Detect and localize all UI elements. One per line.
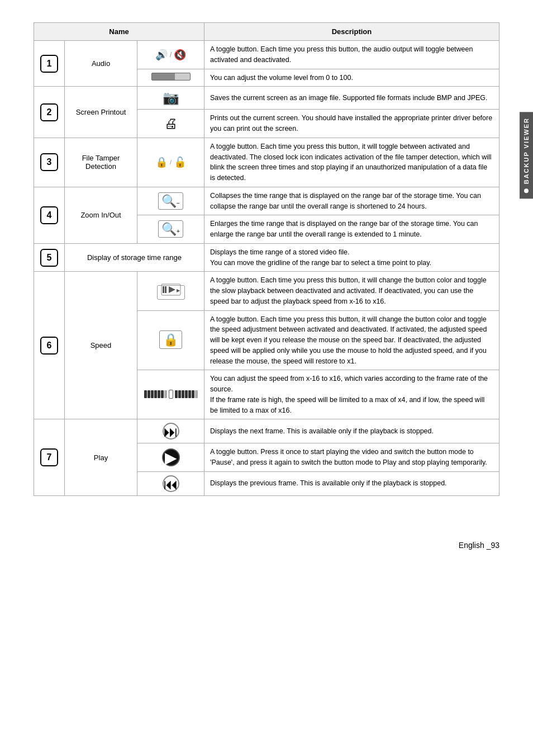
desc-volume: You can adjust the volume level from 0 t… bbox=[204, 69, 499, 87]
slow-play-icon: ▶ bbox=[157, 285, 185, 300]
icon-cell-prev-frame: ⏮ bbox=[137, 471, 204, 495]
table-row: 1 Audio 🔊/🔇 A toggle button. Each time y… bbox=[34, 41, 499, 69]
volume-slider-icon bbox=[151, 73, 191, 81]
next-frame-icon: ⏭ bbox=[163, 423, 179, 440]
table-row: 3 File TamperDetection 🔒/🔓 A toggle butt… bbox=[34, 138, 499, 187]
row-number-4: 4 bbox=[34, 187, 65, 243]
row-name-zoom: Zoom In/Out bbox=[65, 187, 137, 243]
svg-text:▶: ▶ bbox=[177, 288, 180, 293]
desc-storage-range: Displays the time range of a stored vide… bbox=[204, 243, 499, 272]
lock-speed-icon: 🔒 bbox=[159, 330, 182, 349]
desc-print: Prints out the current screen. You shoul… bbox=[204, 110, 499, 138]
row-number-7: 7 bbox=[34, 419, 65, 496]
desc-zoom-in: Enlarges the time range that is displaye… bbox=[204, 215, 499, 244]
prev-frame-icon: ⏮ bbox=[163, 475, 179, 492]
audio-toggle-icon: 🔊/🔇 bbox=[155, 49, 187, 61]
col-name-header: Name bbox=[34, 23, 204, 41]
row-name-audio: Audio bbox=[65, 41, 137, 87]
side-tab-label: BACKUP VIEWER bbox=[523, 117, 530, 184]
icon-cell-play: ▶ bbox=[137, 443, 204, 472]
icon-cell-zoom-in: 🔍+ bbox=[137, 215, 204, 244]
table-row: 5 Display of storage time range Displays… bbox=[34, 243, 499, 272]
desc-tamper: A toggle button. Each time you press thi… bbox=[204, 138, 499, 187]
desc-audio-toggle: A toggle button. Each time you press thi… bbox=[204, 41, 499, 69]
col-desc-header: Description bbox=[204, 23, 499, 41]
desc-zoom-out: Collapses the time range that is display… bbox=[204, 187, 499, 215]
icon-cell-zoom-out: 🔍− bbox=[137, 187, 204, 215]
icon-cell-audio-toggle: 🔊/🔇 bbox=[137, 41, 204, 69]
svg-rect-1 bbox=[163, 286, 164, 293]
row-number-1: 1 bbox=[34, 41, 65, 87]
icon-cell-speed-bar bbox=[137, 370, 204, 419]
desc-next-frame: Displays the next frame. This is availab… bbox=[204, 419, 499, 443]
row-name-tamper: File TamperDetection bbox=[65, 138, 137, 187]
side-tab-dot bbox=[524, 188, 529, 193]
main-table: Name Description 1 Audio 🔊/🔇 A toggle bu… bbox=[34, 22, 499, 496]
row-number-5: 5 bbox=[34, 243, 65, 272]
row-name-speed: Speed bbox=[65, 272, 137, 419]
svg-marker-3 bbox=[169, 286, 175, 293]
icon-cell-volume bbox=[137, 69, 204, 87]
row-name-storage-range: Display of storage time range bbox=[65, 243, 204, 272]
row-number-6: 6 bbox=[34, 272, 65, 419]
row-number-3: 3 bbox=[34, 138, 65, 187]
desc-prev-frame: Displays the previous frame. This is ava… bbox=[204, 471, 499, 495]
table-row: 7 Play ⏭ Displays the next frame. This i… bbox=[34, 419, 499, 443]
icon-cell-next-frame: ⏭ bbox=[137, 419, 204, 443]
tamper-icon: 🔒/🔓 bbox=[155, 156, 186, 168]
desc-slow-play: A toggle button. Each time you press thi… bbox=[204, 272, 499, 310]
desc-speed-bar: You can adjust the speed from x-16 to x1… bbox=[204, 370, 499, 419]
table-row: 4 Zoom In/Out 🔍− Collapses the time rang… bbox=[34, 187, 499, 215]
icon-cell-slow-play: ▶ bbox=[137, 272, 204, 310]
icon-cell-lock-speed: 🔒 bbox=[137, 310, 204, 370]
desc-play: A toggle button. Press it once to start … bbox=[204, 443, 499, 472]
speed-bar-icon bbox=[144, 390, 198, 399]
zoom-out-icon: 🔍− bbox=[158, 192, 183, 210]
page-footer: English _93 bbox=[0, 530, 533, 561]
table-row: 2 Screen Printout 📷 Saves the current sc… bbox=[34, 87, 499, 110]
play-icon: ▶ bbox=[162, 448, 180, 466]
page-wrapper: BACKUP VIEWER Name Description 1 Audio 🔊… bbox=[0, 0, 533, 530]
row-number-2: 2 bbox=[34, 87, 65, 138]
row-name-play: Play bbox=[65, 419, 137, 496]
icon-cell-tamper: 🔒/🔓 bbox=[137, 138, 204, 187]
table-row: 6 Speed ▶ A toggle button. Each tim bbox=[34, 272, 499, 310]
footer-text: English _93 bbox=[459, 541, 499, 550]
zoom-in-icon: 🔍+ bbox=[158, 220, 183, 238]
row-name-screen-printout: Screen Printout bbox=[65, 87, 137, 138]
svg-rect-2 bbox=[165, 286, 166, 293]
camera-icon: 📷 bbox=[163, 90, 179, 105]
print-icon: 🖨 bbox=[164, 116, 178, 131]
icon-cell-print: 🖨 bbox=[137, 110, 204, 138]
desc-lock-speed: A toggle button. Each time you press thi… bbox=[204, 310, 499, 370]
side-tab: BACKUP VIEWER bbox=[520, 112, 533, 199]
desc-camera: Saves the current screen as an image fil… bbox=[204, 87, 499, 110]
icon-cell-camera: 📷 bbox=[137, 87, 204, 110]
